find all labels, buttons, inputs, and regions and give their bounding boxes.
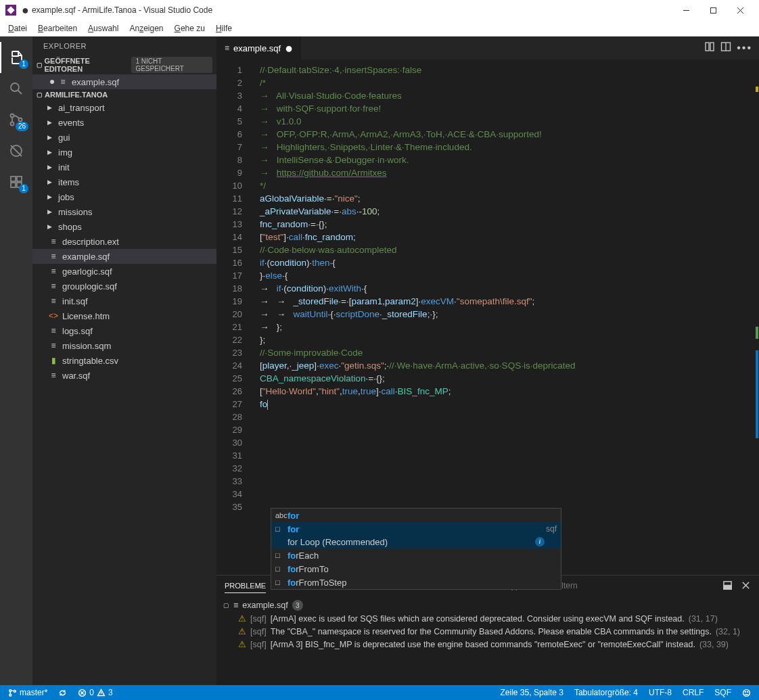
unsaved-badge: 1 NICHT GESPEICHERT [131, 57, 212, 73]
tab-label: example.sqf [233, 43, 281, 53]
folder-ai_transport[interactable]: ▶ai_transport [32, 100, 216, 115]
project-header[interactable]: ▢ ARMILIFE.TANOA [32, 89, 216, 100]
folder-items[interactable]: ▶items [32, 174, 216, 189]
status-branch[interactable]: master* [5, 688, 50, 697]
svg-point-7 [11, 122, 14, 126]
problem-source: [sqf] [250, 640, 267, 649]
file-stringtable.csv[interactable]: ▮stringtable.csv [32, 353, 216, 368]
svg-point-8 [19, 118, 22, 122]
maximize-button[interactable] [699, 0, 727, 20]
completion-desc: for Loop (Recommended)i [271, 536, 561, 549]
tab-example[interactable]: ≡ example.sqf ● [216, 37, 302, 60]
folder-init[interactable]: ▶init [32, 160, 216, 174]
completion-item[interactable]: □forFromTo [271, 562, 561, 576]
menu-bearbeiten[interactable]: Bearbeiten [32, 21, 83, 36]
problems-file-header[interactable]: ▢ ≡ example.sqf 3 [223, 599, 752, 612]
svg-rect-15 [706, 43, 709, 51]
minimize-button[interactable] [672, 0, 699, 20]
file-mission.sqm[interactable]: ≡mission.sqm [32, 338, 216, 353]
status-tabsize[interactable]: Tabulatorgröße: 4 [572, 688, 641, 697]
menu-datei[interactable]: Datei [3, 21, 32, 36]
folder-events[interactable]: ▶events [32, 115, 216, 130]
minimap[interactable] [750, 60, 759, 575]
folder-img[interactable]: ▶img [32, 145, 216, 160]
file-label: example.sqf [62, 252, 110, 262]
file-description.ext[interactable]: ≡description.ext [32, 234, 216, 249]
file-License.htm[interactable]: <>License.htm [32, 308, 216, 323]
status-encoding[interactable]: UTF-8 [646, 688, 674, 697]
open-editor-file[interactable]: • ≡ example.sqf [32, 74, 216, 89]
problem-row[interactable]: ⚠[sqf][ArmA 3] BIS_fnc_MP is deprecated … [223, 638, 752, 651]
folder-missions[interactable]: ▶missions [32, 204, 216, 219]
completion-item[interactable]: □forFromToStep [271, 576, 561, 589]
folder-shops[interactable]: ▶shops [32, 219, 216, 234]
file-init.sqf[interactable]: ≡init.sqf [32, 294, 216, 308]
chevron-down-icon: ▢ [223, 602, 229, 609]
panel-tab-probleme[interactable]: PROBLEME [225, 579, 266, 593]
status-position[interactable]: Zeile 35, Spalte 3 [498, 688, 566, 697]
warning-icon: ⚠ [238, 626, 246, 636]
menu-geheu[interactable]: Gehe zu [169, 21, 210, 36]
problem-message: [ArmA] exec is used for SQS files which … [271, 614, 685, 624]
status-feedback[interactable] [739, 689, 754, 697]
explorer-badge: 1 [19, 60, 28, 69]
open-editors-label: GEÖFFNETE EDITOREN [45, 57, 127, 73]
menu-auswahl[interactable]: Auswahl [83, 21, 124, 36]
menu-hilfe[interactable]: Hilfe [210, 21, 237, 36]
chevron-right-icon: ▶ [47, 149, 55, 156]
activity-search[interactable] [0, 73, 32, 104]
problem-row[interactable]: ⚠[sqf]The "CBA_" namespace is reserved f… [223, 625, 752, 638]
activity-explorer[interactable]: 1 [0, 42, 32, 73]
code-content: //·Default·tabSize:·4,·insertSpaces:·fal… [260, 64, 745, 411]
file-label: war.sqf [62, 371, 90, 381]
folder-jobs[interactable]: ▶jobs [32, 189, 216, 204]
completion-item[interactable]: □forEach [271, 549, 561, 562]
problem-position: (33, 39) [699, 640, 729, 649]
file-icon: ▮ [47, 356, 60, 365]
file-war.sqf[interactable]: ≡war.sqf [32, 368, 216, 383]
activity-debug[interactable] [0, 135, 32, 166]
file-label: init.sqf [62, 296, 88, 306]
file-label: logs.sqf [62, 326, 93, 336]
panel-close-icon[interactable] [741, 580, 751, 592]
open-editor-filename: example.sqf [72, 77, 119, 87]
warning-icon: ⚠ [238, 613, 246, 624]
file-logs.sqf[interactable]: ≡logs.sqf [32, 323, 216, 338]
svg-point-6 [11, 114, 14, 118]
menu-anzeigen[interactable]: Anzeigen [124, 21, 168, 36]
problem-source: [sqf] [250, 614, 267, 624]
status-eol[interactable]: CRLF [680, 688, 706, 697]
svg-rect-12 [11, 183, 16, 187]
completion-item[interactable]: □forsqf [271, 522, 561, 536]
problem-position: (32, 1) [716, 627, 740, 636]
chevron-right-icon: ▶ [47, 193, 55, 200]
svg-rect-14 [17, 177, 22, 181]
more-icon[interactable]: ••• [737, 42, 752, 54]
file-grouplogic.sqf[interactable]: ≡grouplogic.sqf [32, 279, 216, 294]
completion-item[interactable]: abcfor [271, 509, 561, 522]
compare-icon[interactable] [704, 41, 715, 55]
activity-bar: 1 26 1 [0, 37, 32, 685]
file-icon: ≡ [233, 601, 238, 610]
status-sync[interactable] [55, 689, 70, 697]
panel-expand-icon[interactable] [722, 580, 733, 592]
open-editors-header[interactable]: ▢ GEÖFFNETE EDITOREN 1 NICHT GESPEICHERT [32, 55, 216, 74]
close-button[interactable] [727, 0, 754, 20]
activity-extensions[interactable]: 1 [0, 166, 32, 197]
completion-kind-icon: □ [275, 565, 288, 573]
folder-gui[interactable]: ▶gui [32, 130, 216, 145]
file-gearlogic.sqf[interactable]: ≡gearlogic.sqf [32, 264, 216, 279]
window-title: example.sqf - ArmiLife.Tanoa - Visual St… [32, 5, 212, 15]
svg-point-32 [748, 691, 748, 692]
file-example.sqf[interactable]: ≡example.sqf [32, 249, 216, 264]
status-errors[interactable]: 0 3 [75, 688, 115, 697]
activity-scm[interactable]: 26 [0, 104, 32, 135]
svg-point-30 [743, 689, 750, 696]
folder-label: shops [58, 222, 82, 232]
problem-row[interactable]: ⚠[sqf][ArmA] exec is used for SQS files … [223, 612, 752, 625]
code-editor[interactable]: 1234567891011121314151617181920212223242… [216, 60, 759, 575]
completion-kind-icon: abc [275, 511, 288, 519]
folder-label: img [58, 147, 72, 158]
status-language[interactable]: SQF [712, 688, 734, 697]
split-icon[interactable] [720, 41, 731, 55]
